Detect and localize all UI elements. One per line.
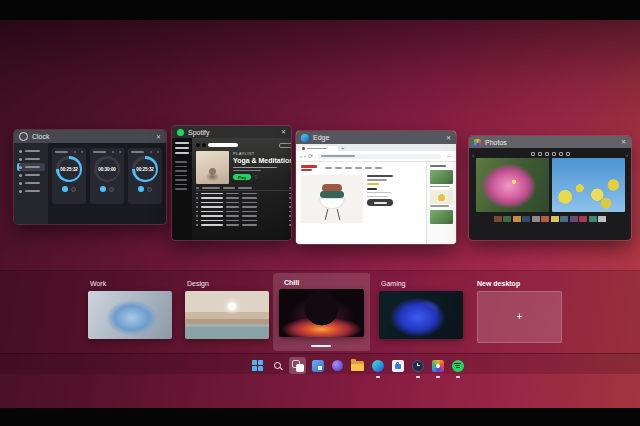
toolbar-icon[interactable] bbox=[538, 152, 542, 156]
taskbar-item-photos[interactable] bbox=[429, 357, 446, 374]
desktop-thumbnail-chill[interactable] bbox=[279, 289, 364, 337]
clock-nav-item-timer-active[interactable] bbox=[17, 163, 45, 171]
filmstrip-thumb[interactable] bbox=[503, 216, 511, 222]
previous-photo-icon[interactable]: ‹ bbox=[472, 152, 474, 158]
timer-reset-button[interactable] bbox=[71, 187, 76, 192]
spotify-close-button[interactable]: ✕ bbox=[281, 129, 286, 135]
forward-icon[interactable]: › bbox=[304, 153, 306, 159]
sidebar-playlist[interactable] bbox=[175, 170, 187, 172]
nav-link[interactable] bbox=[325, 167, 332, 169]
filmstrip-thumb[interactable] bbox=[598, 216, 606, 222]
new-tab-button[interactable]: + bbox=[341, 145, 345, 151]
filmstrip-thumb[interactable] bbox=[522, 216, 530, 222]
play-button[interactable]: Play bbox=[233, 174, 251, 180]
toolbar-icon[interactable] bbox=[552, 152, 556, 156]
taskbar-item-clock[interactable] bbox=[409, 357, 426, 374]
back-icon[interactable]: ‹ bbox=[300, 153, 302, 159]
toolbar-icon[interactable] bbox=[566, 152, 570, 156]
more-icon[interactable]: ⋯ bbox=[446, 153, 452, 159]
filmstrip-thumb[interactable] bbox=[579, 216, 587, 222]
clock-nav-item[interactable] bbox=[17, 147, 45, 155]
upgrade-button[interactable] bbox=[279, 143, 291, 148]
taskbar-item-cortana[interactable] bbox=[329, 357, 346, 374]
filmstrip-thumb[interactable] bbox=[532, 216, 540, 222]
photos-close-button[interactable]: ✕ bbox=[621, 139, 626, 145]
desktop-thumbnail-design[interactable] bbox=[185, 291, 269, 339]
clock-nav-item[interactable] bbox=[17, 155, 45, 163]
taskbar-item-widgets[interactable] bbox=[309, 357, 326, 374]
edge-close-button[interactable]: ✕ bbox=[446, 135, 451, 141]
taskbar-item-store[interactable] bbox=[389, 357, 406, 374]
desktop-panel-chill-active[interactable]: Chill bbox=[273, 273, 370, 351]
clock-close-button[interactable]: ✕ bbox=[156, 134, 161, 140]
filmstrip-thumb[interactable] bbox=[541, 216, 549, 222]
track-row[interactable] bbox=[196, 223, 291, 228]
toolbar-icon[interactable] bbox=[545, 152, 549, 156]
clock-nav-item[interactable] bbox=[17, 187, 45, 195]
edge-window-title: Edge bbox=[313, 134, 329, 141]
nav-link[interactable] bbox=[335, 167, 342, 169]
browser-tab[interactable] bbox=[300, 146, 338, 152]
nav-link[interactable] bbox=[345, 167, 352, 169]
filmstrip-thumb[interactable] bbox=[494, 216, 502, 222]
address-bar[interactable] bbox=[318, 154, 441, 159]
timer-card[interactable]: 00:25:32 bbox=[128, 148, 162, 204]
sidebar-playlist[interactable] bbox=[175, 184, 187, 186]
heart-icon[interactable]: ♡ bbox=[254, 175, 258, 180]
forward-icon[interactable] bbox=[202, 143, 206, 147]
taskbar-item-edge[interactable] bbox=[369, 357, 386, 374]
nav-link[interactable] bbox=[365, 167, 372, 169]
nav-link[interactable] bbox=[375, 167, 382, 169]
window-clock[interactable]: Clock ✕ 00:25:32 bbox=[14, 130, 166, 224]
collection-item[interactable] bbox=[430, 210, 453, 224]
refresh-icon[interactable]: ⟳ bbox=[308, 153, 313, 159]
timer-card[interactable]: 00:30:00 bbox=[90, 148, 124, 204]
clock-nav-item[interactable] bbox=[17, 171, 45, 179]
toolbar-icon[interactable] bbox=[531, 152, 535, 156]
timer-play-button[interactable] bbox=[138, 186, 144, 192]
desktop-thumbnail-gaming[interactable] bbox=[379, 291, 463, 339]
taskbar-item-search[interactable] bbox=[269, 357, 286, 374]
sidebar-playlist[interactable] bbox=[175, 175, 187, 177]
sidebar-playlist[interactable] bbox=[175, 188, 187, 190]
filmstrip-thumb[interactable] bbox=[551, 216, 559, 222]
desktop-thumbnail-work[interactable] bbox=[88, 291, 172, 339]
site-logo[interactable] bbox=[301, 165, 317, 171]
sidebar-playlist[interactable] bbox=[175, 166, 187, 168]
taskbar-item-file-explorer[interactable] bbox=[349, 357, 366, 374]
sidebar-link[interactable] bbox=[175, 147, 189, 149]
toolbar-icon[interactable] bbox=[559, 152, 563, 156]
timer-play-button[interactable] bbox=[62, 186, 68, 192]
window-photos[interactable]: Photos ✕ ‹ › bbox=[469, 136, 631, 240]
timer-reset-button[interactable] bbox=[109, 187, 114, 192]
product-image-chair[interactable] bbox=[301, 175, 363, 223]
timer-play-button[interactable] bbox=[100, 186, 106, 192]
collection-item[interactable] bbox=[430, 170, 453, 184]
filmstrip-thumb[interactable] bbox=[570, 216, 578, 222]
timer-reset-button[interactable] bbox=[147, 187, 152, 192]
next-photo-icon[interactable]: › bbox=[626, 152, 628, 158]
window-edge[interactable]: Edge ✕ + ‹ › ⟳ ⋯ bbox=[296, 131, 456, 244]
filmstrip-thumb[interactable] bbox=[513, 216, 521, 222]
sidebar-link[interactable] bbox=[175, 142, 189, 144]
filmstrip-thumb[interactable] bbox=[560, 216, 568, 222]
taskbar-item-start[interactable] bbox=[249, 357, 266, 374]
new-desktop-button[interactable]: + bbox=[477, 291, 562, 343]
photo-pink-lotus[interactable] bbox=[476, 158, 549, 212]
spotify-search-input[interactable] bbox=[208, 143, 238, 148]
taskbar-item-spotify[interactable] bbox=[449, 357, 466, 374]
sidebar-playlist[interactable] bbox=[175, 179, 187, 181]
sidebar-playlist[interactable] bbox=[175, 161, 187, 163]
taskbar-item-task-view[interactable] bbox=[289, 357, 306, 374]
filmstrip-thumb[interactable] bbox=[589, 216, 597, 222]
collection-item[interactable] bbox=[430, 190, 453, 204]
photo-yellow-flowers[interactable] bbox=[552, 158, 625, 212]
back-icon[interactable] bbox=[196, 143, 200, 147]
sidebar-link[interactable] bbox=[175, 152, 189, 154]
spotify-body: Playlist Yoga & Meditation Play ♡ bbox=[172, 138, 291, 240]
timer-card[interactable]: 00:25:32 bbox=[52, 148, 86, 204]
window-spotify[interactable]: Spotify ✕ bbox=[172, 126, 291, 240]
add-to-cart-button[interactable] bbox=[367, 199, 393, 206]
nav-link[interactable] bbox=[355, 167, 362, 169]
clock-nav-item[interactable] bbox=[17, 179, 45, 187]
